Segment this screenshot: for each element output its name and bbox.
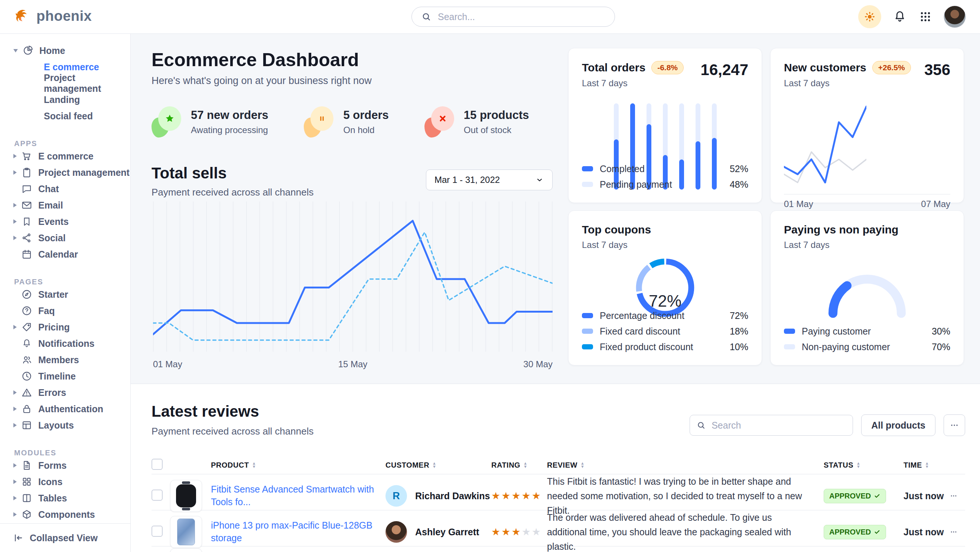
new-customers-chart: [784, 104, 866, 187]
legend-label: Paying customer: [802, 326, 871, 337]
date-range-select[interactable]: Mar 1 - 31, 2022: [426, 169, 552, 190]
stat-label: On hold: [343, 125, 388, 135]
all-products-button[interactable]: All products: [861, 415, 935, 436]
legend-swatch: [582, 166, 593, 171]
col-header-status[interactable]: STATUS▲▼: [824, 461, 904, 469]
rating-cell: ★★★★★: [491, 526, 547, 538]
reviews-search[interactable]: [690, 415, 853, 436]
sidebar-item-label: Tables: [38, 493, 67, 504]
rating-stars-empty: ★★: [522, 526, 542, 538]
sidebar-item-label: Home: [39, 45, 65, 56]
sidebar-item-members[interactable]: Members: [0, 352, 130, 368]
product-link[interactable]: Fitbit Sense Advanced Smartwatch with To…: [211, 483, 385, 509]
pie-icon: [22, 45, 33, 56]
sort-icon[interactable]: ▲▼: [252, 462, 256, 468]
collapse-view-button[interactable]: Collapsed View: [0, 523, 130, 552]
sidebar-item-authentication[interactable]: Authentication: [0, 401, 130, 417]
product-image[interactable]: [170, 516, 202, 548]
sidebar-item-calendar[interactable]: Calendar: [0, 246, 130, 262]
new-customers-value: 356: [924, 61, 950, 79]
brand-name: phoenix: [37, 8, 92, 24]
stat-blob: [151, 106, 181, 137]
sidebar-item-social[interactable]: Social: [0, 230, 130, 246]
customer-avatar: R: [385, 485, 407, 507]
reviews-search-input[interactable]: [711, 420, 846, 431]
latest-reviews-section: Latest reviews Payment received across a…: [131, 384, 980, 552]
sidebar-item-label: Project management: [38, 167, 130, 178]
sidebar-subitem-project-management[interactable]: Project management: [0, 75, 130, 91]
user-avatar[interactable]: [943, 6, 966, 28]
col-header-rating[interactable]: RATING▲▼: [491, 461, 547, 469]
tag-icon: [21, 322, 32, 333]
sidebar-item-icons[interactable]: Icons: [0, 474, 130, 490]
lock-icon: [21, 403, 32, 415]
customer-cell: Ashley Garrett: [385, 521, 491, 543]
legend-value: 48%: [730, 179, 748, 190]
ellipsis-icon: [950, 421, 959, 430]
sidebar-item-starter[interactable]: Starter: [0, 286, 130, 303]
sort-icon[interactable]: ▲▼: [523, 462, 527, 468]
caret-right-icon: [13, 154, 17, 158]
sidebar-subitem-social-feed[interactable]: Social feed: [0, 108, 130, 124]
star-icon: [164, 113, 175, 124]
customer-cell: RRichard Dawkins: [385, 485, 491, 507]
row-checkbox[interactable]: [151, 490, 163, 501]
sort-icon[interactable]: ▲▼: [581, 462, 584, 468]
product-image[interactable]: [170, 480, 202, 512]
sidebar-item-events[interactable]: Events: [0, 213, 130, 230]
sort-icon[interactable]: ▲▼: [925, 462, 929, 468]
search-input[interactable]: [437, 11, 605, 23]
cart-icon: [21, 150, 32, 162]
sidebar-item-notifications[interactable]: Notifications: [0, 335, 130, 352]
collapse-view-label: Collapsed View: [30, 533, 98, 544]
sidebar-item-chat[interactable]: Chat: [0, 181, 130, 197]
col-header-review[interactable]: REVIEW▲▼: [547, 461, 824, 469]
users-icon: [21, 354, 32, 365]
product-image[interactable]: [170, 548, 202, 552]
status-badge: APPROVED: [824, 489, 886, 503]
new-customers-badge: +26.5%: [872, 61, 911, 74]
sidebar-item-layouts[interactable]: Layouts: [0, 417, 130, 434]
caret-right-icon: [13, 512, 17, 517]
sidebar-item-components[interactable]: Components: [0, 506, 130, 523]
notifications-button[interactable]: [892, 9, 907, 24]
row-checkbox[interactable]: [151, 526, 163, 537]
apps-menu-button[interactable]: [918, 10, 932, 24]
row-more-button[interactable]: [950, 528, 966, 536]
sort-icon[interactable]: ▲▼: [856, 462, 861, 468]
select-all-checkbox[interactable]: [151, 459, 163, 470]
sidebar-item-errors[interactable]: Errors: [0, 384, 130, 401]
search-icon: [422, 12, 431, 22]
col-header-time[interactable]: TIME▲▼: [904, 461, 950, 469]
global-search[interactable]: [412, 7, 615, 27]
stat-orange: 5 ordersOn hold: [304, 106, 388, 137]
sidebar-item-faq[interactable]: Faq: [0, 303, 130, 319]
product-link[interactable]: iPhone 13 pro max-Pacific Blue-128GB sto…: [211, 519, 385, 544]
theme-toggle-button[interactable]: [858, 5, 881, 28]
x-axis-label: 07 May: [921, 199, 950, 209]
sidebar-item-forms[interactable]: Forms: [0, 457, 130, 474]
col-header-product[interactable]: PRODUCT▲▼: [211, 461, 385, 469]
sidebar-item-tables[interactable]: Tables: [0, 490, 130, 506]
collapse-icon: [13, 533, 24, 543]
sidebar-item-label: Chat: [38, 183, 59, 195]
sidebar-item-e-commerce[interactable]: E commerce: [0, 148, 130, 164]
top-navbar: phoenix: [0, 0, 980, 34]
sidebar-item-email[interactable]: Email: [0, 197, 130, 213]
paying-legend: Paying customer30%Non-paying customer70%: [784, 323, 950, 355]
status-badge: APPROVED: [824, 525, 886, 539]
legend-row: Pending payment48%: [582, 177, 748, 192]
sidebar-item-home[interactable]: Home: [0, 42, 130, 59]
sidebar-item-timeline[interactable]: Timeline: [0, 368, 130, 384]
rating-stars: ★★★★★: [491, 490, 542, 501]
sidebar-item-pricing[interactable]: Pricing: [0, 319, 130, 335]
sidebar-item-project-management[interactable]: Project management: [0, 164, 130, 181]
caret-right-icon: [13, 480, 17, 484]
more-options-button[interactable]: [943, 415, 965, 436]
pause-icon: [317, 113, 328, 124]
col-header-customer[interactable]: CUSTOMER▲▼: [385, 461, 491, 469]
row-more-button[interactable]: [950, 492, 966, 499]
columns-icon: [21, 493, 32, 504]
sort-icon[interactable]: ▲▼: [432, 462, 436, 468]
brand-logo[interactable]: phoenix: [14, 8, 92, 24]
